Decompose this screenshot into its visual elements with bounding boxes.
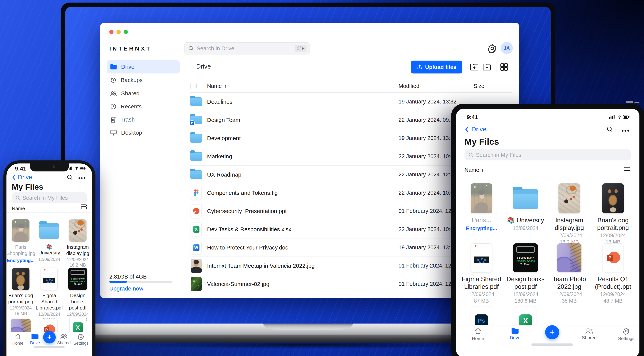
window-close-button[interactable]	[109, 30, 114, 34]
tablet-device: 9:41 Drive ••• My Files Search in My Fil…	[451, 104, 644, 356]
settings-gear-icon[interactable]	[487, 43, 497, 53]
tablet-nav-drive[interactable]: Drive	[504, 328, 526, 341]
window-zoom-button[interactable]	[124, 30, 128, 34]
home-icon	[14, 333, 21, 340]
account-avatar[interactable]: JA	[501, 42, 513, 54]
grid-item-paris[interactable]: Paris Shopping.jpg Encrypting...	[6, 219, 35, 263]
figma-file-icon	[191, 186, 202, 200]
photo-thumbnail-dog	[602, 183, 624, 213]
phone-more-menu-icon[interactable]: •••	[78, 175, 86, 181]
grid-item-figma-pdf[interactable]: Figma Shared Libraries.pdf 12/09/2024 87…	[35, 268, 64, 322]
shared-people-icon	[110, 91, 117, 96]
sidebar-label: Backups	[121, 77, 142, 83]
phone-home-indicator[interactable]	[34, 346, 65, 348]
folder-icon	[190, 152, 202, 161]
sidebar-label: Trash	[120, 116, 135, 123]
phone-notch	[30, 164, 69, 172]
phone-nav-home[interactable]: Home	[8, 333, 28, 346]
tablet-more-menu-icon[interactable]: •••	[621, 127, 630, 134]
tablet-home-indicator[interactable]	[532, 344, 573, 346]
tablet-screen: 9:41 Drive ••• My Files Search in My Fil…	[456, 109, 640, 356]
sidebar-item-trash[interactable]: Trash	[107, 113, 180, 126]
tablet-search-icon[interactable]	[606, 126, 613, 133]
phone-status-time: 9:41	[15, 165, 26, 172]
desktop-monitor-icon	[110, 130, 117, 136]
search-placeholder: Search in Drive	[196, 45, 295, 52]
grid-item-instagram[interactable]: Instagram display.jpg 12/09/2024 16.2 MB	[64, 219, 92, 268]
window-minimize-button[interactable]	[116, 30, 121, 34]
page-title: Drive	[196, 63, 211, 70]
phone-camera	[52, 165, 55, 168]
plus-icon	[549, 329, 556, 336]
tablet-nav-shared[interactable]: Shared	[578, 328, 601, 341]
drive-search-input[interactable]: Search in Drive ⌘F	[184, 42, 310, 54]
upload-files-button[interactable]: Upload files	[411, 61, 462, 73]
phone-sort-by-name[interactable]: Name↑	[12, 206, 29, 211]
tablet-back-button[interactable]: Drive	[464, 126, 486, 133]
grid-item-figma-pdf[interactable]: Figma Shared Libraries.pdf 12/09/2024 87…	[460, 243, 503, 304]
powerpoint-file-icon	[191, 204, 202, 218]
trash-icon	[110, 116, 116, 123]
divider	[6, 212, 92, 213]
phone-nav-drive[interactable]: Drive	[26, 333, 44, 345]
grid-item-paris[interactable]: Paris... Encrypting...	[460, 183, 503, 231]
photo-thumbnail-meetup	[191, 259, 202, 273]
grid-item-design-books[interactable]: 5 Books EveryDesigner NeedsTo Read Desig…	[64, 268, 92, 322]
word-file-icon: W	[191, 241, 202, 254]
folder-icon	[190, 134, 202, 143]
phone-add-button[interactable]	[43, 331, 56, 344]
phone-nav-shared[interactable]: Shared	[54, 333, 74, 345]
sidebar-item-drive[interactable]: Drive	[107, 60, 180, 73]
phone-back-button[interactable]: Drive	[12, 174, 32, 181]
phone-search-input[interactable]: Search in My Files	[12, 192, 87, 203]
sidebar-label: Recents	[121, 103, 142, 110]
grid-item-team-photo[interactable]: Team Photo 2022.jpg 12/09/2024 35 MB	[548, 243, 591, 304]
storage-usage-text: 2.81GB of 4GB	[109, 274, 147, 280]
tablet-sort-by-name[interactable]: Name↑	[464, 167, 484, 173]
document-thumbnail-bookcover: 5 Books EveryDesigner NeedsTo Read	[68, 268, 87, 290]
sidebar-item-shared[interactable]: Shared	[107, 87, 180, 100]
tablet-page-title: My Files	[464, 137, 499, 147]
grid-item-dog[interactable]: Brian's dog portrait.png 12/09/2024 18 M…	[591, 183, 635, 245]
grid-item-instagram[interactable]: Instagram display.jpg 12/09/2024 16.2 MB	[548, 183, 591, 245]
column-modified[interactable]: Modified	[398, 83, 420, 89]
chevron-left-icon	[464, 126, 469, 133]
gear-icon	[78, 333, 84, 340]
grid-item-university[interactable]: 📚 University 12/09/2024	[504, 183, 548, 231]
sidebar-label: Drive	[121, 64, 134, 70]
phone-list-view-toggle[interactable]	[81, 204, 87, 209]
toolbar-separator	[496, 62, 496, 72]
search-shortcut-badge: ⌘F	[295, 45, 306, 52]
tablet-status-time: 9:41	[467, 114, 478, 120]
upload-folder-icon[interactable]	[470, 62, 479, 72]
grid-view-icon[interactable]	[499, 62, 509, 72]
phone-search-icon[interactable]	[66, 174, 73, 180]
phone-device: 9:41 Drive ••• My Files Search in My Fil…	[4, 161, 96, 356]
sidebar-item-recents[interactable]: Recents	[107, 100, 180, 113]
marketing-canvas: INTERNXT Search in Drive ⌘F JA Drive Bac…	[0, 0, 644, 356]
upgrade-now-link[interactable]: Upgrade now	[109, 285, 143, 292]
sidebar-item-desktop[interactable]: Desktop	[107, 126, 180, 139]
grid-item-results-ppt[interactable]: P Results Q1 (Product).ppt 12/09/2024 48…	[591, 243, 635, 304]
chevron-left-icon	[12, 174, 16, 180]
photo-thumbnail-paris	[470, 183, 492, 213]
column-name[interactable]: Name↑	[207, 83, 227, 89]
tablet-search-input[interactable]: Search in My Files	[464, 150, 631, 161]
gear-icon	[623, 328, 630, 335]
grid-item-design-books[interactable]: 5 Books EveryDesigner NeedsTo Read Desig…	[504, 243, 548, 304]
document-thumbnail-figma	[41, 268, 58, 290]
sidebar-item-backups[interactable]: Backups	[107, 73, 180, 87]
search-icon	[15, 195, 20, 200]
tablet-nav-home[interactable]: Home	[466, 328, 490, 341]
phone-nav-settings[interactable]: Settings	[72, 333, 90, 346]
tablet-list-view-toggle[interactable]	[624, 166, 630, 171]
grid-item-dog[interactable]: Brian's dog portrait.png 12/09/2024 18 M…	[6, 268, 35, 316]
internxt-logo: INTERNXT	[109, 45, 152, 52]
upload-icon	[417, 64, 422, 70]
column-size[interactable]: Size	[474, 83, 484, 89]
select-all-checkbox[interactable]	[190, 83, 196, 89]
tablet-add-button[interactable]	[545, 325, 559, 339]
grid-item-university[interactable]: 📚 University 12/09/2024	[35, 219, 64, 262]
new-folder-icon[interactable]	[482, 62, 492, 72]
tablet-nav-settings[interactable]: Settings	[615, 328, 638, 341]
